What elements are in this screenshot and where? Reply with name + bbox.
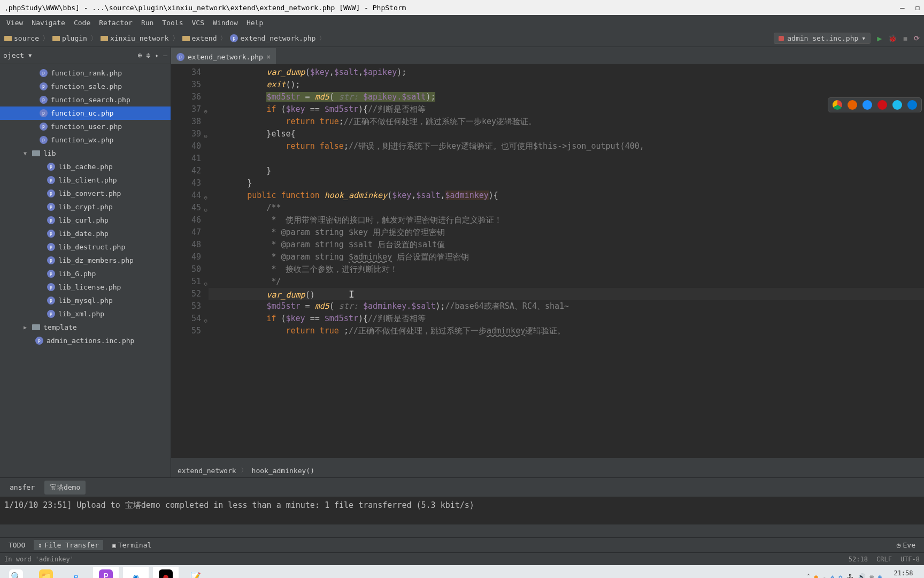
menu-run[interactable]: Run: [138, 18, 157, 28]
code-editor[interactable]: 34353637⊖3839⊖4041424344⊖45⊖464748495051…: [171, 64, 924, 458]
crumb-plugin[interactable]: plugin: [62, 34, 87, 42]
bc-class[interactable]: extend_network: [178, 467, 236, 475]
crumb-file[interactable]: extend_network.php: [240, 34, 315, 42]
tray-icon[interactable]: ☁: [822, 573, 826, 578]
task-edge[interactable]: ◉: [123, 567, 149, 578]
tree-file[interactable]: plib_xml.php: [0, 307, 171, 321]
menu-code[interactable]: Code: [71, 18, 94, 28]
tool-event-log[interactable]: ◷Eve: [892, 540, 920, 550]
browser-preview-bar: [828, 97, 922, 112]
tray-icon[interactable]: ✿: [838, 573, 842, 578]
ie-icon[interactable]: [892, 100, 902, 110]
php-icon: p: [47, 163, 55, 171]
tree-file[interactable]: plib_mysql.php: [0, 294, 171, 307]
task-ie[interactable]: e: [63, 567, 89, 578]
tree-file[interactable]: pfunction_user.php: [0, 120, 171, 133]
php-icon: p: [40, 136, 48, 144]
task-search[interactable]: 🔍: [3, 567, 29, 578]
update-button[interactable]: ⟳: [914, 34, 920, 42]
safari-icon[interactable]: [863, 100, 872, 110]
tree-file[interactable]: pfunction_sale.php: [0, 80, 171, 93]
panel-tab-transfer[interactable]: ansfer: [4, 481, 40, 493]
console-line: 1/10/10 23:51] Upload to 宝塔demo complete…: [4, 499, 920, 512]
maximize-icon[interactable]: ◻: [915, 3, 920, 12]
menu-tools[interactable]: Tools: [159, 18, 186, 28]
php-icon: p: [47, 176, 55, 184]
tree-file[interactable]: pfunction_search.php: [0, 93, 171, 107]
task-explorer[interactable]: 📁: [33, 567, 59, 578]
chrome-icon[interactable]: [833, 100, 842, 110]
line-ending[interactable]: CRLF: [876, 556, 892, 563]
collapse-icon[interactable]: ≑: [147, 51, 151, 59]
debug-button[interactable]: 🐞: [888, 34, 897, 42]
tray-volume-icon[interactable]: 🔊: [858, 573, 866, 578]
menu-vcs[interactable]: VCS: [189, 18, 207, 28]
opera-icon[interactable]: [877, 100, 887, 110]
horizontal-scrollbar[interactable]: [171, 458, 924, 463]
tool-file-transfer[interactable]: ↕File Transfer: [34, 540, 103, 550]
php-icon: p: [47, 283, 55, 291]
tree-file[interactable]: plib_license.php: [0, 280, 171, 294]
tree-file[interactable]: padmin_actions.inc.php: [0, 334, 171, 347]
bc-method[interactable]: hook_adminkey(): [252, 467, 314, 475]
tree-file[interactable]: plib_cache.php: [0, 160, 171, 173]
tray-up-icon[interactable]: ˄: [807, 573, 810, 578]
tree-file[interactable]: plib_client.php: [0, 173, 171, 187]
menu-navigate[interactable]: Navigate: [28, 18, 68, 28]
console-output[interactable]: 1/10/10 23:51] Upload to 宝塔demo complete…: [0, 497, 924, 524]
window-titlebar: ,phpStudy\WWW\bbs] - ...\source\plugin\x…: [0, 0, 924, 15]
crumb-xinxiu[interactable]: xinxiu_network: [110, 34, 169, 42]
tree-dir-template[interactable]: ▶template: [0, 321, 171, 334]
hide-icon[interactable]: —: [163, 51, 167, 59]
php-icon: p: [47, 296, 55, 305]
line-gutter: 34353637⊖3839⊖4041424344⊖45⊖464748495051…: [171, 64, 209, 458]
breadcrumb: source〉 plugin〉 xinxiu_network〉 extend〉 …: [4, 34, 327, 43]
tree-file[interactable]: pfunction_rank.php: [0, 66, 171, 80]
tree-file[interactable]: plib_destruct.php: [0, 240, 171, 254]
tool-terminal[interactable]: ▣Terminal: [107, 540, 156, 550]
menu-help[interactable]: Help: [243, 18, 266, 28]
encoding[interactable]: UTF-8: [900, 556, 920, 563]
tree-file[interactable]: plib_curl.php: [0, 214, 171, 227]
file-tree[interactable]: pfunction_rank.phppfunction_sale.phppfun…: [0, 64, 171, 349]
tray-icon[interactable]: ●: [814, 573, 818, 578]
minimize-icon[interactable]: —: [900, 3, 904, 12]
run-config-dropdown[interactable]: admin_set.inc.php ▾: [774, 33, 871, 44]
tree-file[interactable]: plib_date.php: [0, 227, 171, 240]
tray-icon[interactable]: ❖: [830, 573, 834, 578]
crumb-extend[interactable]: extend: [192, 34, 217, 42]
chevron-down-icon[interactable]: ▼: [28, 52, 32, 58]
tree-file[interactable]: plib_convert.php: [0, 187, 171, 200]
code-area[interactable]: var_dump($key,$salt,$apikey); exit(); $m…: [209, 64, 924, 458]
crumb-source[interactable]: source: [14, 34, 39, 42]
tray-network-icon[interactable]: 🖧: [847, 573, 853, 578]
tab-extend-network[interactable]: p extend_network.php ×: [171, 48, 276, 64]
tree-file[interactable]: pfunction_uc.php: [0, 107, 171, 120]
task-record[interactable]: ●: [153, 567, 179, 578]
close-icon[interactable]: ×: [266, 52, 271, 61]
tree-file[interactable]: plib_crypt.php: [0, 200, 171, 214]
target-icon[interactable]: ⊕: [138, 51, 142, 59]
tree-dir-lib[interactable]: ▼lib: [0, 147, 171, 160]
menu-bar: View Navigate Code Refactor Run Tools VC…: [0, 15, 924, 30]
task-notepad[interactable]: 📝: [183, 567, 209, 578]
menu-refactor[interactable]: Refactor: [96, 18, 136, 28]
menu-window[interactable]: Window: [210, 18, 241, 28]
tool-todo[interactable]: TODO: [4, 540, 29, 550]
tray-ime-icon[interactable]: ⌨: [870, 573, 874, 578]
firefox-icon[interactable]: [848, 100, 857, 110]
gear-icon[interactable]: ✦: [155, 51, 159, 59]
tray-icon[interactable]: ◉: [878, 573, 882, 578]
menu-view[interactable]: View: [3, 18, 26, 28]
taskbar-clock[interactable]: 21:58 2021/10/1: [886, 569, 921, 578]
run-button[interactable]: ▶: [877, 34, 882, 43]
panel-tab-baota[interactable]: 宝塔demo: [44, 481, 86, 495]
tree-file[interactable]: plib_G.php: [0, 267, 171, 280]
task-phpstorm[interactable]: P: [93, 567, 119, 578]
tree-file[interactable]: pfunction_wx.php: [0, 133, 171, 147]
tree-file[interactable]: plib_dz_members.php: [0, 254, 171, 267]
navigation-row: source〉 plugin〉 xinxiu_network〉 extend〉 …: [0, 30, 924, 47]
stop-button[interactable]: ◼: [903, 34, 907, 42]
tool-window-tabs: TODO ↕File Transfer ▣Terminal ◷Eve: [0, 537, 924, 552]
edge-icon[interactable]: [907, 100, 917, 110]
